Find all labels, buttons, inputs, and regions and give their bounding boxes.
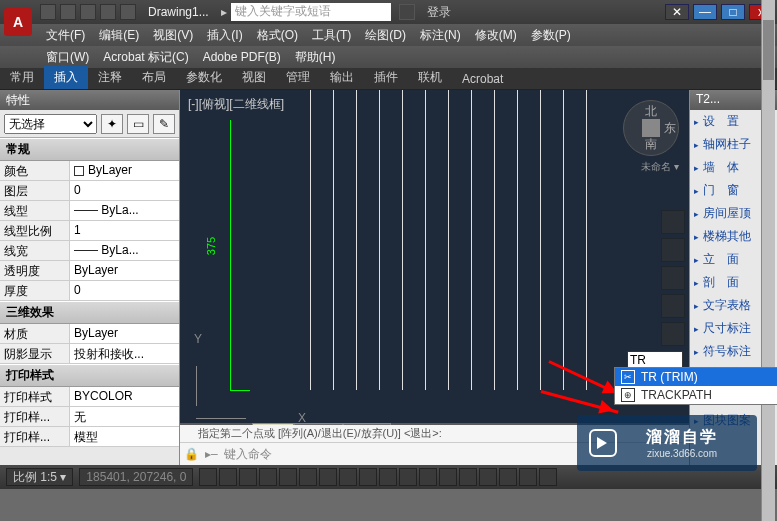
properties-scrollbar[interactable] (761, 0, 775, 521)
status-toggle-7[interactable] (339, 468, 357, 486)
compass-south[interactable]: 南 (645, 136, 657, 153)
qat-open-icon[interactable] (60, 4, 76, 20)
drawing-canvas[interactable]: [-][俯视][二维线框] 375 北 南 东 未命名 ▾ Y X TR (180, 90, 689, 465)
status-toggle-0[interactable] (199, 468, 217, 486)
prop-thickness-value[interactable]: 0 (70, 281, 179, 300)
ribbon-tab-注释[interactable]: 注释 (88, 66, 132, 89)
status-toggle-8[interactable] (359, 468, 377, 486)
status-toggle-10[interactable] (399, 468, 417, 486)
status-toggle-17[interactable] (539, 468, 557, 486)
menu-bar-2[interactable]: 窗口(W)Acrobat 标记(C)Adobe PDF(B)帮助(H) (0, 46, 777, 68)
qat-redo-icon[interactable] (120, 4, 136, 20)
menu-插入(I)[interactable]: 插入(I) (201, 25, 248, 46)
menu-绘图(D)[interactable]: 绘图(D) (359, 25, 412, 46)
maximize-button[interactable]: □ (721, 4, 745, 20)
menu-修改(M)[interactable]: 修改(M) (469, 25, 523, 46)
menu-bar[interactable]: 文件(F)编辑(E)视图(V)插入(I)格式(O)工具(T)绘图(D)标注(N)… (0, 24, 777, 46)
login-link[interactable]: 登录 (427, 4, 451, 21)
ribbon-tab-插入[interactable]: 插入 (44, 66, 88, 89)
menu-格式(O)[interactable]: 格式(O) (251, 25, 304, 46)
select-objects-icon[interactable]: ▭ (127, 114, 149, 134)
status-toggles[interactable] (199, 468, 557, 486)
qat-new-icon[interactable] (40, 4, 56, 20)
cat-print[interactable]: 打印样式 (0, 364, 179, 387)
menu-帮助(H)[interactable]: 帮助(H) (289, 47, 342, 68)
search-icon[interactable] (399, 4, 415, 20)
selection-filter[interactable]: 无选择 (4, 114, 97, 134)
navigation-bar[interactable] (661, 210, 685, 346)
ac-item-trackpath[interactable]: ⊕TRACKPATH (615, 386, 777, 404)
status-toggle-11[interactable] (419, 468, 437, 486)
menu-窗口(W)[interactable]: 窗口(W) (40, 47, 95, 68)
status-toggle-14[interactable] (479, 468, 497, 486)
status-toggle-16[interactable] (519, 468, 537, 486)
menu-视图(V)[interactable]: 视图(V) (147, 25, 199, 46)
view-cube-face[interactable] (642, 119, 660, 137)
nav-wheel-icon[interactable] (661, 210, 685, 234)
status-toggle-5[interactable] (299, 468, 317, 486)
qat-save-icon[interactable] (80, 4, 96, 20)
ribbon-tab-联机[interactable]: 联机 (408, 66, 452, 89)
ribbon-tab-管理[interactable]: 管理 (276, 66, 320, 89)
status-toggle-12[interactable] (439, 468, 457, 486)
status-scale[interactable]: 比例 1:5 ▾ (6, 468, 73, 486)
ribbon-tab-常用[interactable]: 常用 (0, 66, 44, 89)
qat-undo-icon[interactable] (100, 4, 116, 20)
compass-east[interactable]: 东 (664, 120, 676, 137)
prop-layer-value[interactable]: 0 (70, 181, 179, 200)
cat-3d[interactable]: 三维效果 (0, 301, 179, 324)
prop-color-value[interactable]: ByLayer (70, 161, 179, 180)
prop-shadow-value[interactable]: 投射和接收... (70, 344, 179, 363)
status-toggle-6[interactable] (319, 468, 337, 486)
prop-linetype-value[interactable]: —— ByLa... (70, 201, 179, 220)
compass-north[interactable]: 北 (645, 103, 657, 120)
help-search-input[interactable]: 键入关键字或短语 (231, 3, 391, 21)
cmd-lock-icon[interactable]: 🔒 (184, 447, 199, 461)
ribbon-tabs[interactable]: 常用插入注释布局参数化视图管理输出插件联机Acrobat (0, 68, 777, 90)
minimize-button[interactable]: — (693, 4, 717, 20)
prop-pstyle2-value[interactable]: 无 (70, 407, 179, 426)
menu-标注(N)[interactable]: 标注(N) (414, 25, 467, 46)
quick-access-toolbar[interactable] (40, 4, 136, 20)
nav-pan-icon[interactable] (661, 238, 685, 262)
status-toggle-15[interactable] (499, 468, 517, 486)
extra-x-icon[interactable]: ✕ (665, 4, 689, 20)
menu-Adobe PDF(B)[interactable]: Adobe PDF(B) (197, 48, 287, 66)
status-toggle-1[interactable] (219, 468, 237, 486)
ucs-name[interactable]: 未命名 ▾ (641, 160, 679, 174)
status-toggle-2[interactable] (239, 468, 257, 486)
pickadd-icon[interactable]: ✎ (153, 114, 175, 134)
nav-showmotion-icon[interactable] (661, 322, 685, 346)
autocomplete-list[interactable]: ✂TR (TRIM) ⊕TRACKPATH (614, 367, 777, 405)
cat-general[interactable]: 常规 (0, 138, 179, 161)
nav-orbit-icon[interactable] (661, 294, 685, 318)
command-line[interactable]: 指定第二个点或 [阵列(A)/退出(E)/放弃(U)] <退出>: 🔒 ▸– 键… (180, 443, 689, 465)
quick-select-icon[interactable]: ✦ (101, 114, 123, 134)
prop-pstyle3-value[interactable]: 模型 (70, 427, 179, 446)
prop-material-value[interactable]: ByLayer (70, 324, 179, 343)
prop-pstyle-value[interactable]: BYCOLOR (70, 387, 179, 406)
menu-编辑(E)[interactable]: 编辑(E) (93, 25, 145, 46)
prop-transparency-value[interactable]: ByLayer (70, 261, 179, 280)
viewport-label[interactable]: [-][俯视][二维线框] (188, 96, 284, 113)
menu-文件(F)[interactable]: 文件(F) (40, 25, 91, 46)
prop-lweight-value[interactable]: —— ByLa... (70, 241, 179, 260)
ribbon-tab-输出[interactable]: 输出 (320, 66, 364, 89)
command-prompt[interactable]: 键入命令 (224, 446, 272, 463)
ribbon-tab-Acrobat[interactable]: Acrobat (452, 69, 513, 89)
view-cube[interactable]: 北 南 东 (623, 100, 679, 156)
menu-参数(P)[interactable]: 参数(P) (525, 25, 577, 46)
status-toggle-13[interactable] (459, 468, 477, 486)
status-toggle-9[interactable] (379, 468, 397, 486)
ribbon-tab-插件[interactable]: 插件 (364, 66, 408, 89)
nav-zoom-icon[interactable] (661, 266, 685, 290)
ribbon-tab-视图[interactable]: 视图 (232, 66, 276, 89)
menu-Acrobat 标记(C)[interactable]: Acrobat 标记(C) (97, 47, 194, 68)
status-toggle-4[interactable] (279, 468, 297, 486)
prop-ltscale-value[interactable]: 1 (70, 221, 179, 240)
menu-工具(T)[interactable]: 工具(T) (306, 25, 357, 46)
ac-item-trim[interactable]: ✂TR (TRIM) (615, 368, 777, 386)
ribbon-tab-布局[interactable]: 布局 (132, 66, 176, 89)
status-toggle-3[interactable] (259, 468, 277, 486)
ribbon-tab-参数化[interactable]: 参数化 (176, 66, 232, 89)
